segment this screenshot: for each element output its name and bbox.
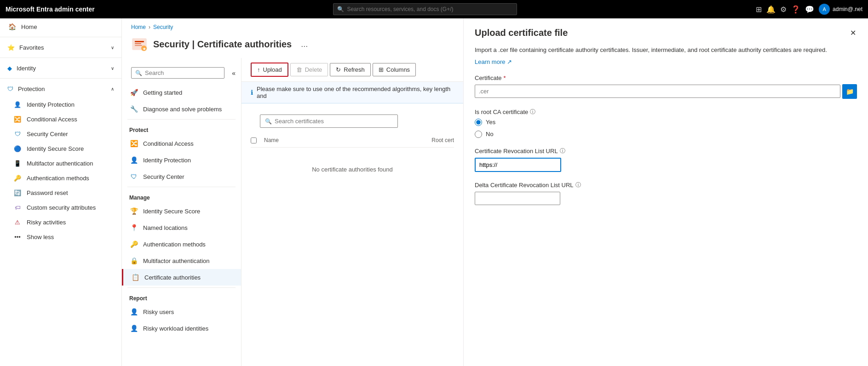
sidebar-item-identity-protection[interactable]: 👤 Identity Protection: [0, 97, 121, 112]
sidebar-item-multifactor[interactable]: 📱 Multifactor authentication: [0, 156, 121, 171]
sidebar-item-auth-methods[interactable]: 🔑 Authentication methods: [0, 171, 121, 185]
sidebar-identity-header[interactable]: ◆ Identity ∨: [0, 60, 121, 76]
info-bar: ℹ Please make sure to use one of the rec…: [241, 82, 463, 103]
risky-activities-label: Risky activities: [27, 219, 66, 226]
sidebar-favorites-header[interactable]: ⭐ Favorites ∨: [0, 39, 121, 56]
left-nav-multifactor[interactable]: 🔒 Multifactor authentication: [122, 252, 241, 269]
sidebar-protection-header[interactable]: 🛡 Protection ∧: [0, 80, 121, 97]
risky-workload-label: Risky workload identities: [143, 325, 208, 332]
global-search[interactable]: 🔍: [333, 3, 517, 15]
radio-no-item[interactable]: No: [475, 131, 857, 138]
risky-users-icon: 👤: [129, 308, 138, 315]
cert-search-icon: 🔍: [265, 118, 272, 125]
delta-crl-input[interactable]: [475, 192, 560, 205]
delete-button[interactable]: 🗑 Delete: [290, 63, 328, 76]
sidebar-item-risky-activities[interactable]: ⚠ Risky activities: [0, 215, 121, 229]
left-nav-collapse-icon[interactable]: «: [230, 69, 237, 77]
auth-methods-nav-icon: 🔑: [129, 240, 138, 248]
protection-label: Protection: [18, 86, 45, 92]
sidebar-item-show-less[interactable]: ••• Show less: [0, 229, 121, 244]
crl-url-label: Certificate Revocation List URL ⓘ: [475, 147, 857, 155]
left-nav-getting-started[interactable]: 🚀 Getting started: [122, 84, 241, 101]
radio-yes[interactable]: [475, 119, 482, 126]
diagnose-label: Diagnose and solve problems: [143, 106, 222, 113]
upload-button[interactable]: ↑ Upload: [251, 63, 288, 77]
radio-yes-item[interactable]: Yes: [475, 119, 857, 126]
left-nav-named-locations[interactable]: 📍 Named locations: [122, 219, 241, 236]
left-nav-risky-workload[interactable]: 👤 Risky workload identities: [122, 320, 241, 337]
cert-search[interactable]: 🔍: [260, 114, 398, 128]
root-ca-radio-group: Yes No: [475, 119, 857, 138]
is-root-ca-label-text: Is root CA certificate: [475, 109, 528, 115]
certificate-form-group: Certificate * 📁: [475, 74, 857, 99]
radio-no-label: No: [486, 131, 494, 137]
learn-more-link[interactable]: Learn more ↗: [475, 58, 512, 65]
left-nav-conditional-access[interactable]: 🔀 Conditional Access: [122, 135, 241, 152]
global-search-input[interactable]: [347, 6, 513, 12]
breadcrumb-security[interactable]: Security: [153, 24, 173, 30]
avatar: A: [819, 4, 830, 15]
named-locations-label: Named locations: [143, 224, 188, 231]
info-icon: ℹ: [251, 89, 253, 96]
cert-label-text: Certificate: [475, 74, 502, 81]
security-center-label: Security Center: [27, 131, 68, 137]
left-nav-cert-authorities[interactable]: 📋 Certificate authorities: [122, 269, 241, 286]
close-button[interactable]: ✕: [849, 28, 857, 38]
feedback-icon[interactable]: 💬: [805, 5, 814, 14]
sidebar-item-security-center[interactable]: 🛡 Security Center: [0, 126, 121, 141]
left-nav-risky-users[interactable]: 👤 Risky users: [122, 303, 241, 320]
left-nav-search-input[interactable]: [145, 69, 220, 76]
delta-crl-info-icon: ⓘ: [575, 181, 581, 189]
help-icon[interactable]: ❓: [791, 5, 800, 14]
svg-rect-3: [135, 45, 142, 46]
breadcrumb-home[interactable]: Home: [131, 24, 146, 30]
delta-crl-label-text: Delta Certificate Revocation List URL: [475, 182, 574, 189]
cert-auth-nav-icon: 📋: [131, 274, 140, 281]
col-name-header: Name: [264, 137, 279, 143]
left-nav-search[interactable]: 🔍: [131, 67, 224, 79]
sidebar-item-home[interactable]: 🏠 Home: [0, 18, 121, 35]
upload-label: Upload: [263, 66, 282, 73]
gear-icon[interactable]: ⚙: [780, 5, 787, 14]
user-menu[interactable]: A admin@.net: [819, 4, 862, 15]
id-prot-icon: 👤: [129, 156, 138, 164]
left-nav-identity-secure-score[interactable]: 🏆 Identity Secure Score: [122, 203, 241, 219]
cert-input[interactable]: [475, 85, 840, 98]
breadcrumb: Home › Security: [122, 18, 463, 34]
radio-no[interactable]: [475, 131, 482, 138]
crl-url-input[interactable]: [475, 158, 561, 172]
select-all-checkbox[interactable]: [251, 137, 257, 143]
left-nav-identity-protection[interactable]: 👤 Identity Protection: [122, 152, 241, 168]
chevron-down-icon-2: ∨: [111, 66, 114, 71]
bell-icon[interactable]: 🔔: [766, 5, 776, 14]
columns-button[interactable]: ⊞ Columns: [373, 63, 416, 76]
diagnose-icon: 🔧: [129, 105, 138, 113]
more-options-icon[interactable]: ...: [301, 40, 308, 49]
svg-rect-1: [135, 41, 144, 42]
sidebar-item-custom-security[interactable]: 🏷 Custom security attributes: [0, 200, 121, 215]
learn-more-label: Learn more: [475, 58, 505, 65]
refresh-button[interactable]: ↻ Refresh: [330, 63, 371, 76]
sidebar-item-password-reset[interactable]: 🔄 Password reset: [0, 185, 121, 200]
sidebar-item-identity-secure-score[interactable]: 🔵 Identity Secure Score: [0, 141, 121, 156]
file-browse-button[interactable]: 📁: [842, 84, 857, 99]
right-panel: Upload certificate file ✕ Import a .cer …: [463, 18, 868, 366]
sidebar-item-conditional-access[interactable]: 🔀 Conditional Access: [0, 112, 121, 126]
portal-icon[interactable]: ⊞: [756, 5, 762, 14]
identity-secure-score-label: Identity Secure Score: [27, 145, 84, 152]
topbar: Microsoft Entra admin center 🔍 ⊞ 🔔 ⚙ ❓ 💬…: [0, 0, 868, 18]
id-prot-label: Identity Protection: [143, 157, 191, 164]
breadcrumb-sep: ›: [149, 24, 150, 30]
left-nav-auth-methods[interactable]: 🔑 Authentication methods: [122, 236, 241, 252]
left-nav-diagnose[interactable]: 🔧 Diagnose and solve problems: [122, 101, 241, 117]
favorites-label: Favorites: [19, 44, 44, 51]
delete-icon: 🗑: [296, 66, 302, 73]
cert-input-row: 📁: [475, 84, 857, 99]
multifactor-nav-label: Multifactor authentication: [143, 257, 210, 264]
sidebar-divider-3: [0, 78, 121, 79]
ellipsis-icon: •••: [13, 234, 22, 240]
left-nav-security-center[interactable]: 🛡 Security Center: [122, 168, 241, 185]
cert-search-input[interactable]: [275, 118, 393, 125]
crl-url-info-icon: ⓘ: [560, 147, 565, 155]
manage-section-label: Manage: [122, 189, 241, 203]
